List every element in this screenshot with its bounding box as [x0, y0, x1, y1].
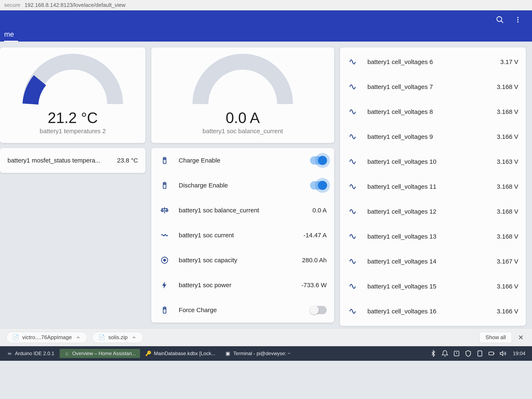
- voltage-row[interactable]: battery1 cell_voltages 133.168 V: [340, 224, 526, 249]
- gauge-temp-label: battery1 temperatures 2: [40, 128, 106, 135]
- gauge-balance-current[interactable]: 0.0 A battery1 soc balance_current: [151, 47, 334, 143]
- flash-icon: [159, 279, 171, 291]
- secure-label: secure: [4, 2, 20, 8]
- voltage-row[interactable]: battery1 cell_voltages 113.168 V: [340, 174, 526, 199]
- download-item[interactable]: 📄 solis.zip: [92, 332, 143, 343]
- search-icon[interactable]: [494, 14, 506, 25]
- svg-rect-17: [478, 351, 482, 356]
- mosfet-label: battery1 mosfet_status tempera...: [7, 157, 100, 164]
- entity-label: Discharge Enable: [179, 182, 310, 189]
- sine-icon: [348, 206, 359, 217]
- entity-value: 280.0 Ah: [289, 257, 327, 264]
- kebab-menu-icon[interactable]: [512, 14, 524, 25]
- close-icon[interactable]: ✕: [516, 334, 526, 342]
- current-icon: [159, 229, 171, 241]
- voltage-value: 3.168 V: [481, 108, 518, 115]
- voltage-row[interactable]: battery1 cell_voltages 153.166 V: [340, 274, 526, 299]
- voltage-value: 3.167 V: [481, 258, 518, 265]
- voltage-row[interactable]: battery1 cell_voltages 143.167 V: [340, 249, 526, 274]
- file-icon: 📄: [98, 334, 105, 341]
- voltage-value: 3.168 V: [481, 83, 518, 90]
- entity-label: battery1 soc current: [179, 232, 289, 239]
- battery-icon: [159, 180, 171, 191]
- chevron-up-icon[interactable]: [131, 334, 137, 341]
- voltage-row[interactable]: battery1 cell_voltages 63.17 V: [340, 50, 526, 74]
- entity-card: Charge EnableDischarge Enablebattery1 so…: [151, 148, 334, 323]
- app-icon: 🔑: [146, 351, 151, 356]
- sine-icon: [348, 131, 359, 143]
- taskbar-item-arduino[interactable]: ∞ Arduino IDE 2.0.1: [2, 349, 58, 358]
- entity-row[interactable]: battery1 soc current-14.47 A: [151, 223, 334, 248]
- voltage-label: battery1 cell_voltages 6: [367, 58, 481, 65]
- voltage-label: battery1 cell_voltages 12: [367, 208, 481, 215]
- show-all-button[interactable]: Show all: [479, 332, 512, 343]
- sine-icon: [348, 106, 359, 118]
- app-icon: ⌂: [64, 351, 70, 356]
- battery-icon: [159, 155, 171, 166]
- voltage-value: 3.168 V: [481, 233, 518, 240]
- voltage-row[interactable]: battery1 cell_voltages 103.163 V: [340, 149, 526, 174]
- entity-value: -14.47 A: [289, 232, 327, 239]
- sine-icon: [348, 256, 359, 267]
- app-icon: ▣: [225, 351, 231, 356]
- entity-row[interactable]: battery1 soc balance_current0.0 A: [151, 198, 334, 223]
- download-shelf: 📄 victro....76AppImage 📄 solis.zip Show …: [0, 328, 532, 346]
- volume-icon[interactable]: [500, 350, 507, 357]
- toggle-switch[interactable]: [310, 156, 327, 165]
- gauge-temperature[interactable]: 21.2 °C battery1 temperatures 2: [0, 47, 146, 143]
- toggle-switch[interactable]: [310, 306, 327, 314]
- battery-icon: [159, 304, 171, 316]
- entity-label: Force Charge: [179, 306, 310, 314]
- voltage-value: 3.168 V: [481, 183, 518, 190]
- svg-rect-18: [489, 352, 494, 355]
- voltage-row[interactable]: battery1 cell_voltages 123.168 V: [340, 199, 526, 224]
- entity-row[interactable]: Force Charge: [151, 298, 334, 323]
- download-item[interactable]: 📄 victro....76AppImage: [6, 332, 87, 343]
- update-icon[interactable]: [453, 350, 460, 357]
- voltage-value: 3.163 V: [481, 158, 518, 165]
- sine-icon: [348, 280, 359, 292]
- mosfet-value: 23.8 °C: [117, 157, 138, 164]
- download-filename: solis.zip: [108, 334, 127, 341]
- tab-home[interactable]: me: [4, 30, 18, 42]
- voltage-value: 3.17 V: [481, 58, 518, 65]
- entity-row[interactable]: battery1 soc power-733.6 W: [151, 273, 334, 298]
- entity-row[interactable]: Charge Enable: [151, 148, 334, 173]
- voltage-label: battery1 cell_voltages 9: [367, 133, 481, 140]
- taskbar: ∞ Arduino IDE 2.0.1 ⌂ Overview – Home As…: [0, 346, 532, 361]
- gauge-temp-value: 21.2 °C: [48, 109, 98, 126]
- chevron-up-icon[interactable]: [75, 334, 81, 341]
- svg-line-1: [501, 21, 503, 23]
- svg-marker-20: [500, 351, 503, 355]
- sine-icon: [348, 305, 359, 317]
- taskbar-item-keepass[interactable]: 🔑 MainDatabase.kdbx [Lock...: [141, 349, 219, 358]
- toggle-switch[interactable]: [310, 181, 327, 190]
- voltage-label: battery1 cell_voltages 16: [367, 308, 481, 315]
- voltage-value: 3.166 V: [481, 283, 518, 290]
- gauge-balance-label: battery1 soc balance_current: [203, 128, 283, 135]
- clock[interactable]: 19:04: [513, 351, 525, 356]
- entity-label: Charge Enable: [179, 157, 310, 164]
- bell-icon[interactable]: [441, 350, 449, 357]
- sine-icon: [348, 156, 359, 167]
- sine-icon: [348, 181, 359, 192]
- entity-row[interactable]: battery1 soc capacity280.0 Ah: [151, 248, 334, 273]
- scale-icon: [159, 204, 171, 216]
- svg-rect-7: [164, 158, 166, 160]
- voltage-row[interactable]: battery1 cell_voltages 93.166 V: [340, 124, 526, 149]
- battery-icon[interactable]: [488, 350, 495, 357]
- svg-point-4: [517, 21, 519, 23]
- taskbar-item-homeassistant[interactable]: ⌂ Overview – Home Assistan...: [60, 349, 140, 358]
- clipboard-icon[interactable]: [476, 350, 483, 357]
- voltage-row[interactable]: battery1 cell_voltages 163.166 V: [340, 299, 526, 324]
- taskbar-item-terminal[interactable]: ▣ Terminal - pi@devwyse: ~: [221, 349, 295, 358]
- bluetooth-icon[interactable]: [430, 350, 437, 357]
- voltage-value: 3.166 V: [481, 133, 518, 140]
- browser-url-bar[interactable]: secure 192.168.8.142:8123/lovelace/defau…: [0, 0, 532, 10]
- entity-row[interactable]: Discharge Enable: [151, 173, 334, 198]
- mosfet-temp-row[interactable]: battery1 mosfet_status tempera... 23.8 °…: [0, 148, 146, 173]
- file-icon: 📄: [12, 334, 19, 341]
- voltage-row[interactable]: battery1 cell_voltages 83.168 V: [340, 99, 526, 124]
- voltage-row[interactable]: battery1 cell_voltages 73.168 V: [340, 74, 526, 99]
- shield-icon[interactable]: [465, 350, 472, 357]
